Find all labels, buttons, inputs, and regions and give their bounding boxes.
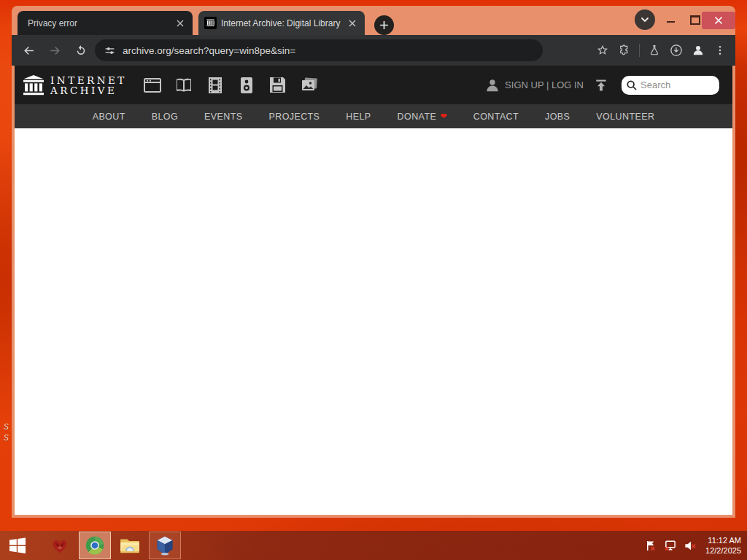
- action-center-flag-icon[interactable]: [644, 539, 657, 552]
- tab-internet-archive[interactable]: Internet Archive: Digital Library: [198, 11, 365, 35]
- software-icon[interactable]: [268, 76, 287, 95]
- taskbar-chrome-icon[interactable]: [79, 532, 111, 559]
- maximize-button[interactable]: [690, 15, 700, 25]
- nav-projects[interactable]: PROJECTS: [268, 112, 320, 122]
- url-text: archive.org/search?query=win8pe&sin=: [123, 45, 295, 56]
- new-tab-button[interactable]: [374, 15, 394, 35]
- system-tray: [644, 539, 703, 552]
- address-bar[interactable]: archive.org/search?query=win8pe&sin=: [95, 39, 543, 61]
- audio-icon[interactable]: [237, 76, 256, 95]
- nav-about[interactable]: ABOUT: [93, 112, 125, 122]
- nav-help[interactable]: HELP: [346, 112, 371, 122]
- signup-login-link[interactable]: SIGN UP | LOG IN: [505, 79, 584, 90]
- nav-volunteer[interactable]: VOLUNTEER: [596, 112, 654, 122]
- back-button[interactable]: [18, 39, 39, 61]
- reload-button[interactable]: [70, 39, 92, 61]
- taskbar-file-explorer-icon[interactable]: [114, 532, 146, 559]
- taskbar-clock[interactable]: 11:12 AM 12/2/2025: [703, 535, 747, 556]
- tab-strip: Privacy error Internet Archive: Digital …: [12, 6, 735, 35]
- browser-menu-icon[interactable]: [709, 39, 731, 61]
- downloads-icon[interactable]: [665, 39, 687, 61]
- video-icon[interactable]: [206, 76, 225, 95]
- web-page: INTERNET ARCHIVE: [15, 66, 732, 515]
- extensions-icon[interactable]: [614, 39, 635, 61]
- clock-time: 11:12 AM: [705, 535, 741, 545]
- desktop-icon-label-fragment: S: [4, 423, 9, 431]
- nav-donate[interactable]: DONATE❤: [398, 112, 447, 122]
- internet-archive-navbar: ABOUT BLOG EVENTS PROJECTS HELP DONATE❤ …: [15, 104, 732, 128]
- toolbar-actions: [592, 39, 735, 61]
- internet-archive-logo[interactable]: INTERNET ARCHIVE: [22, 74, 127, 97]
- taskbar-virtualbox-icon[interactable]: [149, 532, 181, 559]
- tab-close-icon[interactable]: [174, 17, 187, 30]
- internet-archive-columns-icon: [22, 74, 45, 97]
- browser-toolbar: archive.org/search?query=win8pe&sin=: [12, 35, 735, 66]
- page-content-blank: [15, 128, 732, 515]
- bookmark-star-icon[interactable]: [592, 39, 614, 61]
- volume-muted-icon[interactable]: [684, 539, 697, 552]
- wordmark-line1: INTERNET: [50, 75, 127, 85]
- nav-events[interactable]: EVENTS: [204, 112, 242, 122]
- web-icon[interactable]: [143, 76, 162, 95]
- windows-taskbar: 11:12 AM 12/2/2025: [0, 531, 747, 560]
- tab-title: Internet Archive: Digital Library: [221, 18, 341, 28]
- browser-window: Privacy error Internet Archive: Digital …: [12, 6, 735, 518]
- minimize-button[interactable]: [662, 15, 678, 26]
- site-search-box[interactable]: [622, 76, 719, 95]
- start-button[interactable]: [0, 531, 35, 560]
- search-input[interactable]: [640, 79, 711, 90]
- tab-close-icon[interactable]: [346, 17, 359, 30]
- nav-jobs[interactable]: JOBS: [545, 112, 570, 122]
- experiments-flask-icon[interactable]: [643, 39, 665, 61]
- forward-button[interactable]: [44, 39, 66, 61]
- wordmark-line2: ARCHIVE: [50, 85, 127, 96]
- tab-search-button[interactable]: [635, 9, 655, 30]
- header-account-area: SIGN UP | LOG IN: [484, 76, 725, 95]
- internet-archive-favicon: [204, 17, 217, 29]
- clock-date: 12/2/2025: [705, 545, 741, 556]
- search-icon: [626, 79, 638, 91]
- nav-contact[interactable]: CONTACT: [473, 112, 519, 122]
- upload-icon[interactable]: [592, 77, 610, 94]
- nav-blog[interactable]: BLOG: [152, 112, 178, 122]
- network-status-icon[interactable]: [664, 539, 677, 552]
- profile-avatar[interactable]: [687, 39, 709, 61]
- texts-icon[interactable]: [174, 76, 193, 95]
- tab-privacy-error[interactable]: Privacy error: [18, 11, 193, 35]
- tab-title: Privacy error: [28, 18, 169, 28]
- site-settings-icon[interactable]: [104, 44, 116, 57]
- desktop: S S Privacy error In: [0, 0, 747, 560]
- desktop-icon-label-fragment: S: [4, 434, 9, 442]
- media-type-icons: [143, 76, 319, 95]
- donate-heart-icon: ❤: [440, 112, 447, 120]
- toolbar-separator: [639, 44, 640, 57]
- internet-archive-header: INTERNET ARCHIVE: [15, 66, 732, 104]
- taskbar-red-app-icon[interactable]: [44, 532, 76, 559]
- close-button[interactable]: [702, 12, 735, 29]
- user-icon[interactable]: [484, 77, 500, 93]
- images-icon[interactable]: [300, 76, 319, 95]
